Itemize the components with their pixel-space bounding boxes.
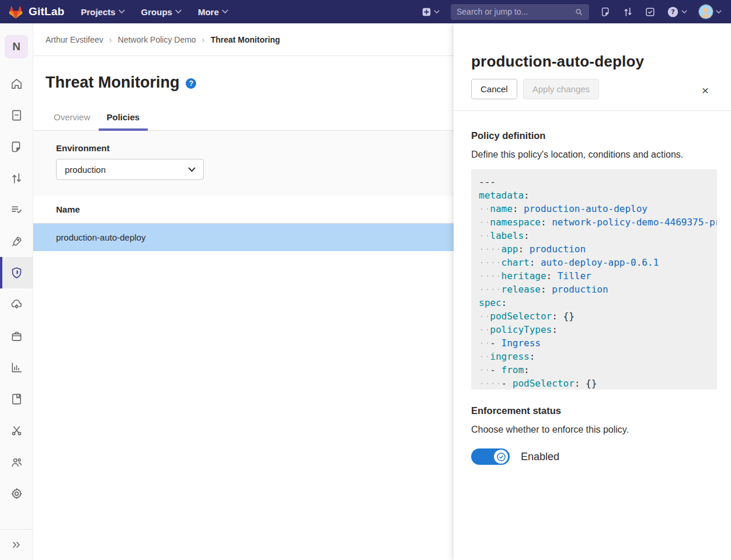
members-icon xyxy=(10,455,23,469)
requirements-icon xyxy=(10,203,23,217)
drawer-buttons: Cancel Apply changes xyxy=(471,79,717,99)
gitlab-logo-icon xyxy=(8,5,23,19)
security-compliance-icon xyxy=(10,266,23,280)
merge-requests-icon xyxy=(10,172,23,185)
apply-changes-button[interactable]: Apply changes xyxy=(523,79,599,99)
drawer-title: production-auto-deploy xyxy=(471,53,717,71)
drawer-header: production-auto-deploy × Cancel Apply ch… xyxy=(454,23,731,111)
policy-definition-description: Define this policy's location, condition… xyxy=(471,149,717,160)
operations-icon xyxy=(10,298,23,311)
code-line: ··- from: xyxy=(479,363,717,377)
new-menu-button[interactable] xyxy=(422,7,440,17)
repository-icon xyxy=(10,109,23,122)
code-line: ····chart: auto-deploy-app-0.6.1 xyxy=(479,256,717,269)
close-icon[interactable]: × xyxy=(699,84,712,97)
code-line: metadata: xyxy=(479,189,717,202)
code-line: ··name: production-auto-deploy xyxy=(479,202,717,215)
svg-text:?: ? xyxy=(671,8,675,16)
help-menu-button[interactable]: ? xyxy=(667,6,687,18)
gitlab-home-link[interactable]: GitLab xyxy=(8,5,64,19)
environment-select-value: production xyxy=(65,165,106,175)
plus-menu-icon xyxy=(422,7,431,17)
help-icon[interactable]: ? xyxy=(186,78,196,89)
sidebar-item-snippets[interactable] xyxy=(0,415,33,446)
enforcement-status-heading: Enforcement status xyxy=(471,405,717,416)
code-line: ··podSelector: {} xyxy=(479,309,717,323)
sidebar-item-project-home[interactable] xyxy=(0,68,33,99)
enforcement-toggle[interactable] xyxy=(471,448,510,465)
code-line: ··ingress: xyxy=(479,350,717,363)
sidebar-item-settings[interactable] xyxy=(0,478,33,509)
sidebar-item-operations[interactable] xyxy=(0,288,33,320)
chevron-down-icon xyxy=(716,10,722,14)
project-home-icon xyxy=(10,77,23,91)
tab-overview[interactable]: Overview xyxy=(46,106,99,130)
enforcement-toggle-label: Enabled xyxy=(521,451,559,463)
snippets-icon xyxy=(10,424,23,437)
project-avatar-initial: N xyxy=(5,35,28,58)
code-line: ····- podSelector: {} xyxy=(479,377,717,389)
navbar-right: ? xyxy=(422,4,722,20)
chevron-down-icon xyxy=(119,9,125,14)
code-line: ··labels: xyxy=(479,229,717,242)
code-line: --- xyxy=(479,175,717,189)
sidebar-item-members[interactable] xyxy=(0,446,33,478)
chevron-down-icon xyxy=(188,167,196,172)
user-avatar xyxy=(698,4,713,19)
packages-icon xyxy=(10,329,23,343)
page-title: Threat Monitoring xyxy=(46,74,179,92)
chevron-separator-icon: › xyxy=(202,34,205,44)
code-line: ··- Ingress xyxy=(479,336,717,350)
policy-code[interactable]: ---metadata:··name: production-auto-depl… xyxy=(471,169,717,389)
collapse-sidebar-button[interactable] xyxy=(0,529,33,560)
user-menu-button[interactable] xyxy=(698,4,722,19)
sidebar-item-wiki[interactable] xyxy=(0,383,33,415)
sidebar-nav xyxy=(0,68,33,509)
chevron-down-icon xyxy=(222,9,228,14)
settings-icon xyxy=(10,487,23,500)
analytics-icon xyxy=(10,361,23,374)
sidebar-item-ci-cd[interactable] xyxy=(0,225,33,257)
code-line: ····heritage: Tiller xyxy=(479,269,717,283)
todos-button[interactable] xyxy=(645,6,656,18)
tab-policies[interactable]: Policies xyxy=(99,106,148,131)
policy-name: production-auto-deploy xyxy=(56,232,145,242)
chevron-down-icon xyxy=(175,9,182,14)
sidebar-item-issues[interactable] xyxy=(0,131,33,162)
enforcement-toggle-row: Enabled xyxy=(471,448,717,465)
global-search[interactable] xyxy=(451,4,589,20)
sidebar-item-security-compliance[interactable] xyxy=(0,257,33,288)
menu-projects[interactable]: Projects xyxy=(81,7,124,17)
cancel-button[interactable]: Cancel xyxy=(471,79,517,99)
search-input[interactable] xyxy=(457,7,575,16)
breadcrumb-current: Threat Monitoring xyxy=(211,35,280,44)
enforcement-status-description: Choose whether to enforce this policy. xyxy=(471,425,717,435)
policy-definition-heading: Policy definition xyxy=(471,130,717,141)
search-icon xyxy=(575,8,583,16)
sidebar-item-requirements[interactable] xyxy=(0,194,33,225)
menu-groups[interactable]: Groups xyxy=(141,7,182,17)
menu-more-label: More xyxy=(198,7,219,17)
policy-editor-drawer: production-auto-deploy × Cancel Apply ch… xyxy=(454,23,731,560)
breadcrumb-project[interactable]: Network Policy Demo xyxy=(118,35,196,44)
sidebar-item-repository[interactable] xyxy=(0,99,33,131)
breadcrumb-user[interactable]: Arthur Evstifeev xyxy=(46,35,103,44)
code-line: ··policyTypes: xyxy=(479,323,717,336)
merge-requests-dashboard-button[interactable] xyxy=(622,6,633,18)
code-line: ····release: production xyxy=(479,283,717,296)
drawer-body: Policy definition Define this policy's l… xyxy=(454,111,731,465)
code-line: spec: xyxy=(479,296,717,309)
code-line: ····app: production xyxy=(479,242,717,256)
top-navbar: GitLab Projects Groups More xyxy=(0,0,731,23)
column-name: Name xyxy=(56,204,80,214)
sidebar-item-packages[interactable] xyxy=(0,320,33,352)
sidebar-item-analytics[interactable] xyxy=(0,352,33,383)
project-sidebar: N xyxy=(0,23,33,560)
sidebar-item-merge-requests[interactable] xyxy=(0,162,33,194)
menu-more[interactable]: More xyxy=(198,7,228,17)
menu-groups-label: Groups xyxy=(141,7,172,17)
project-avatar[interactable]: N xyxy=(5,35,28,58)
environment-select[interactable]: production xyxy=(56,159,204,180)
issues-dashboard-button[interactable] xyxy=(600,6,611,18)
toggle-knob xyxy=(494,450,508,464)
